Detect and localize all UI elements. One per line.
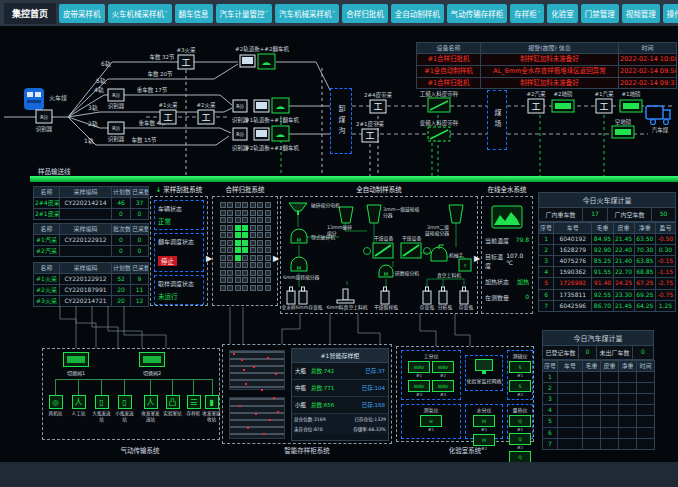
dropdown-dot-icon: · (165, 11, 168, 15)
weighbridge-2-icon[interactable] (552, 100, 574, 112)
menu-home[interactable]: 集控首页 (4, 3, 56, 24)
lab-instrument[interactable]: S#1 (509, 361, 531, 378)
belt-scale-1-icon[interactable] (428, 98, 450, 112)
belt-scale-2-icon[interactable] (428, 127, 450, 141)
station-4[interactable]: ▯小瓶发送站 (115, 395, 134, 423)
fire-sampler-2-icon[interactable]: 工 (198, 110, 214, 124)
lab-instrument[interactable]: H#1 (420, 415, 442, 432)
station-3[interactable]: ▯大瓶发送站 (92, 395, 111, 423)
table-cell: 5 (539, 278, 554, 289)
lab-instrument[interactable]: WAV#2 (432, 361, 454, 378)
merge-slot-grid (213, 197, 277, 296)
menu-item-7[interactable]: 全自动制样机 (391, 4, 444, 23)
station-6[interactable]: 凸实验室站 (163, 395, 182, 417)
menu-item-3[interactable]: 翻车信息 (175, 4, 213, 23)
dumper-mid-monitor-icon[interactable] (254, 100, 269, 112)
lab-instrument[interactable]: Q#1 (509, 415, 531, 432)
moisture-meter-icon[interactable] (491, 205, 523, 229)
auto-prep-panel[interactable]: 全自动制样系统 M M (280, 184, 478, 314)
sample-bottles-icons (287, 287, 468, 304)
menu-item-10[interactable]: 化验室 (547, 4, 578, 23)
sample-slot (220, 255, 226, 261)
drum-divider-1-icon[interactable] (367, 205, 381, 223)
rfid-reader-mid[interactable]: R)) (233, 100, 247, 112)
merge-batch-panel[interactable]: 合样归批系统 (212, 184, 278, 308)
rfid-reader-track4[interactable]: R)) (108, 89, 124, 101)
dryer-1-icon[interactable] (373, 243, 393, 258)
menu-item-2[interactable]: 火车机械采样机· (108, 4, 172, 23)
menu-item-8[interactable]: 气动传输存样柜 (447, 4, 508, 23)
dump-dispatch-state-box: 翻车调度状态 停止 (154, 233, 204, 272)
svg-text:⇡: ⇡ (463, 263, 467, 269)
dumper-mid-machine-icon[interactable] (272, 98, 289, 113)
menu-item-12[interactable]: 视频管理 (622, 4, 660, 23)
dryer-2-icon[interactable] (401, 243, 421, 258)
menu-item-11[interactable]: 门禁管理 (581, 4, 619, 23)
truck-coal-table: 今日汽车煤计量 已登记车数 0 未出厂车数 0 序号车号毛重皮重净重时间1234… (542, 330, 654, 450)
belt-sampler-1-icon[interactable]: 工 (370, 100, 386, 113)
robot-arm-icon[interactable] (431, 245, 447, 261)
station-1[interactable]: ◎风机站 (46, 395, 65, 417)
menu-item-13[interactable]: 操作日志 (663, 4, 678, 23)
dumper-low-machine-icon[interactable] (272, 126, 289, 141)
station-7[interactable]: ☰存样柜 (184, 395, 203, 417)
rfid-reader-track2[interactable]: R)) (108, 122, 124, 134)
truck-sampler-1-label: #1汽采 (594, 90, 614, 98)
scrape-batch-panel[interactable]: ↓采样刮批系统 车辆状态 正常 翻车调度状态 停止 取样调度状态 未运行 (150, 184, 208, 308)
dumper-top-machine-icon[interactable] (258, 54, 275, 69)
fire-sampler-1-icon[interactable]: 工 (160, 110, 176, 124)
truck-sampler-2-icon[interactable]: 工 (528, 99, 544, 113)
table-cell (60, 209, 112, 220)
station-8[interactable]: ▮收发室接收站 (202, 395, 221, 423)
truck-sampler-1-icon[interactable]: 工 (596, 99, 612, 113)
diverter-valve-1-label: 切换阀1 (59, 369, 93, 376)
lab-monitor-icon[interactable] (475, 359, 493, 371)
fire-sampler-top-icon[interactable]: 工 (178, 55, 194, 69)
table-cell: 0 (131, 235, 149, 246)
jaw-crusher-icon[interactable]: M (291, 229, 307, 243)
sample-slot (242, 232, 248, 238)
track-label-3: 3轨 (88, 104, 98, 112)
lab-group-hydrogen: 测氢仪 H#1 (401, 404, 461, 439)
station-2[interactable]: 人人工站 (69, 395, 88, 417)
rfid-reader-low[interactable]: R)) (233, 128, 247, 140)
smart-cabinet-panel[interactable]: #1智能存样柜 大瓶 总数:742 已存:37 中瓶 总数:771 已存:104… (222, 344, 392, 444)
diverter-valve-2-icon[interactable] (139, 352, 165, 367)
lab-instrument[interactable]: WAV#4 (432, 380, 454, 397)
train-coal-icon[interactable] (24, 88, 44, 110)
lab-instrument[interactable]: S#2 (509, 380, 531, 397)
empty-weighbridge-icon[interactable] (612, 126, 634, 138)
station-icon: ▯ (118, 395, 132, 409)
belt-sampler-2-icon[interactable]: 工 (362, 129, 378, 142)
table-cell: 7 (543, 438, 558, 449)
lab-instrument[interactable]: WAV#1 (408, 361, 430, 378)
rfid-reader-main[interactable]: R)) (36, 110, 52, 123)
drum-divider-2-icon[interactable] (449, 205, 463, 223)
instrument-id: #4 (432, 392, 454, 397)
lab-panel[interactable]: 工分仪 WAV#1WAV#2WAV#3WAV#4 测氢仪 H#1 化验室监控网络… (396, 346, 534, 442)
diverter-valve-1-icon[interactable] (63, 352, 89, 367)
truck-coal-icon[interactable] (646, 106, 670, 125)
truck-coal-label: 汽车煤 (652, 126, 669, 134)
dumper-top-monitor-icon[interactable] (240, 55, 255, 67)
grinder-icon[interactable]: M (379, 265, 393, 277)
menu-item-1[interactable]: 皮带采样机 (59, 4, 105, 23)
menu-item-6[interactable]: 合样归批机 (342, 4, 388, 23)
station-5[interactable]: 人收发室发送站 (141, 395, 160, 423)
dumper-low-monitor-icon[interactable] (254, 128, 269, 140)
menu-item-5[interactable]: 汽车机械采样机· (275, 4, 339, 23)
menu-item-9[interactable]: 存样柜· (510, 4, 544, 23)
pneumatic-panel[interactable]: 切换阀1 切换阀2 ◎风机站人人工站▯大瓶发送站▯小瓶发送站人收发室发送站凸实验… (42, 348, 220, 440)
weighbridge-1-icon[interactable] (620, 100, 642, 112)
table-cell (558, 394, 583, 405)
online-moisture-panel[interactable]: 在线全水系统 当前温度79.8 目标温度107.0 ℃ 加热状态加热 (481, 184, 533, 314)
crusher-divider-cup-icon[interactable] (339, 207, 353, 223)
rotary-divider-icon[interactable]: M (291, 257, 307, 271)
menu-item-4[interactable]: 汽车计量管控· (216, 4, 273, 23)
lab-instrument[interactable]: M#1 (473, 415, 495, 432)
vacuum-feeder-icon[interactable]: ⇡ (459, 259, 471, 271)
lab-instrument[interactable]: WAV#3 (408, 380, 430, 397)
feed-funnel-icon[interactable] (289, 203, 307, 215)
header-row: 名称采样编码计划数已采数 (34, 187, 149, 198)
station-icon: 人 (144, 395, 158, 409)
